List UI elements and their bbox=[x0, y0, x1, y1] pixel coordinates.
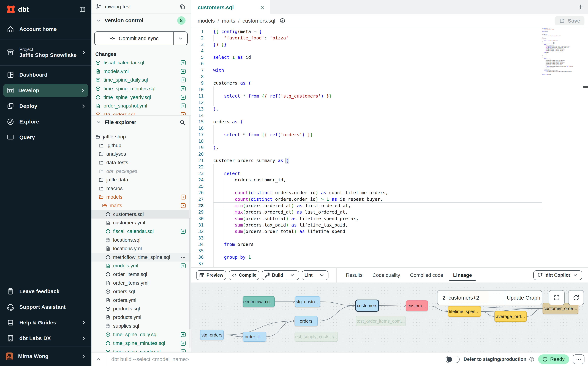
scrollbar-thumb[interactable] bbox=[189, 218, 191, 330]
statusbar-more-button[interactable] bbox=[573, 354, 584, 364]
lineage-node-stgo[interactable]: stg_orders bbox=[200, 330, 224, 340]
sidebar-item-query[interactable]: Query bbox=[0, 130, 91, 145]
tree-item-supplies.sql[interactable]: supplies.sql bbox=[91, 322, 191, 330]
changed-file-order_snapshot.yml[interactable]: order_snapshot.yml bbox=[91, 102, 191, 110]
tree-item-data-tests[interactable]: data-tests bbox=[91, 158, 191, 167]
code-line-25[interactable]: 25 bbox=[191, 183, 542, 190]
code-line-9[interactable]: 9customers as ( bbox=[191, 80, 542, 86]
changed-file-stg_orders.sql[interactable]: stg_orders.sql bbox=[91, 110, 191, 115]
tree-item-dbt_packages[interactable]: dbt_packages bbox=[91, 167, 191, 175]
added-badge-icon[interactable] bbox=[180, 332, 186, 337]
added-badge-icon[interactable] bbox=[180, 86, 186, 91]
lineage-node-ghostsc[interactable]: test_supply_costs_s… bbox=[295, 332, 338, 342]
save-button[interactable]: Save bbox=[555, 16, 584, 25]
tab-results[interactable]: Results bbox=[341, 268, 367, 282]
tree-item-.github[interactable]: .github bbox=[91, 141, 191, 150]
tree-item-locations.sql[interactable]: locations.sql bbox=[91, 236, 191, 244]
tree-item-models[interactable]: models bbox=[91, 193, 191, 201]
branch-name[interactable]: mwong-test bbox=[105, 4, 131, 10]
close-tab-icon[interactable] bbox=[260, 5, 265, 10]
tree-item-fiscal_calendar.sql[interactable]: fiscal_calendar.sql bbox=[91, 227, 191, 236]
code-line-21[interactable]: 21customer_orders_summary as ( bbox=[191, 157, 542, 164]
tree-item-jaffle-shop[interactable]: jaffle-shop bbox=[91, 133, 191, 141]
code-line-30[interactable]: 30 sum(orders.subtotal) as lifetime_spen… bbox=[191, 215, 542, 222]
tree-item-order_items.sql[interactable]: order_items.sql bbox=[91, 270, 191, 279]
code-line-37[interactable]: 37 bbox=[191, 261, 542, 267]
code-line-2[interactable]: 2 'favorite_food': 'pizza' bbox=[191, 35, 542, 41]
lineage-fullscreen-button[interactable] bbox=[549, 290, 565, 305]
update-graph-button[interactable]: Update Graph bbox=[505, 290, 542, 305]
lint-options-dropdown[interactable] bbox=[315, 271, 328, 280]
tree-item-metricflow_time_spine.sql[interactable]: metricflow_time_spine.sql bbox=[91, 253, 191, 261]
code-line-27[interactable]: 27 count(distinct orders.order_id) > 1 a… bbox=[191, 196, 542, 203]
code-line-10[interactable]: 10 bbox=[191, 86, 542, 93]
added-badge-icon[interactable] bbox=[180, 60, 186, 65]
tab-compiled-code[interactable]: Compiled code bbox=[405, 268, 448, 282]
tree-item-customers.sql[interactable]: customers.sql bbox=[91, 210, 191, 219]
code-line-20[interactable]: 20 bbox=[191, 151, 542, 157]
file-tree-scrollbar[interactable] bbox=[189, 116, 191, 348]
added-badge-icon[interactable] bbox=[180, 103, 186, 108]
dbt-copilot-button[interactable]: dbt Copilot bbox=[533, 270, 582, 280]
code-line-24[interactable]: 24 orders.customer_id, bbox=[191, 177, 542, 183]
commit-and-sync-button[interactable]: Commit and sync bbox=[94, 31, 188, 45]
sidebar-item-explore[interactable]: Explore bbox=[0, 114, 91, 130]
code-line-8[interactable]: 8 bbox=[191, 74, 542, 80]
code-line-16[interactable]: 16 bbox=[191, 125, 542, 131]
tab-lineage[interactable]: Lineage bbox=[448, 268, 477, 282]
tree-item-models.yml[interactable]: models.yml bbox=[91, 261, 191, 270]
lineage-node-orders[interactable]: orders bbox=[295, 316, 318, 326]
tree-item-analyses[interactable]: analyses bbox=[91, 150, 191, 158]
sidebar-collapse-icon[interactable] bbox=[79, 6, 86, 13]
sidebar-item-project[interactable]: ProjectJaffle Shop Snowflake bbox=[0, 39, 91, 65]
command-input[interactable]: dbt build --select <model_name> bbox=[111, 356, 446, 362]
tree-item-time_spine_yearly.sql[interactable]: time_spine_yearly.sql bbox=[91, 348, 191, 352]
tree-item-macros[interactable]: macros bbox=[91, 184, 191, 193]
lineage-node-customers[interactable]: customers bbox=[355, 299, 379, 312]
code-line-14[interactable]: 14 bbox=[191, 112, 542, 119]
tree-item-jaffle-data[interactable]: jaffle-data bbox=[91, 175, 191, 184]
tab-customers-sql[interactable]: customers.sql bbox=[191, 0, 270, 15]
code-line-29[interactable]: 29 max(orders.ordered_at) as last_ordere… bbox=[191, 209, 542, 215]
code-line-4[interactable]: 4 bbox=[191, 48, 542, 54]
open-in-explore-icon[interactable] bbox=[279, 18, 285, 24]
new-tab-icon[interactable] bbox=[577, 4, 584, 10]
added-badge-icon[interactable] bbox=[180, 69, 186, 74]
expand-command-bar-icon[interactable] bbox=[91, 356, 105, 362]
tree-item-customers.yml[interactable]: customers.yml bbox=[91, 219, 191, 227]
code-line-33[interactable]: 33 bbox=[191, 235, 542, 241]
lineage-search-input[interactable]: 2+customers+2 bbox=[438, 290, 505, 305]
tree-item-orders.yml[interactable]: orders.yml bbox=[91, 296, 191, 304]
code-line-18[interactable]: 18 bbox=[191, 138, 542, 145]
lineage-node-stgc[interactable]: stg_custo… bbox=[295, 296, 320, 307]
changed-file-models.yml[interactable]: models.yml bbox=[91, 67, 191, 76]
sidebar-item-develop[interactable]: Develop bbox=[3, 84, 88, 97]
breadcrumb-marts[interactable]: marts bbox=[222, 18, 235, 24]
added-badge-icon[interactable] bbox=[180, 341, 186, 346]
build-options-dropdown[interactable] bbox=[286, 271, 299, 280]
code-line-26[interactable]: 26 count(distinct orders.order_id) as co… bbox=[191, 190, 542, 196]
code-line-22[interactable]: 22 bbox=[191, 164, 542, 170]
preview-button[interactable]: Preview bbox=[196, 270, 226, 280]
editor-minimap[interactable]: {{ config(meta = { 'favorite_food': 'piz… bbox=[542, 28, 573, 75]
added-badge-icon[interactable] bbox=[180, 229, 186, 234]
added-badge-icon[interactable] bbox=[180, 263, 186, 268]
defer-toggle[interactable] bbox=[446, 356, 460, 363]
lineage-node-ghostoi[interactable]: test_order_items_com… bbox=[356, 316, 406, 326]
lineage-node-lifetime[interactable]: lifetime_spen… bbox=[448, 306, 481, 317]
lint-button[interactable]: Lint bbox=[302, 270, 329, 280]
help-circle-icon[interactable] bbox=[529, 356, 535, 362]
code-line-5[interactable]: 5select 1 as id bbox=[191, 54, 542, 61]
modified-badge-icon[interactable] bbox=[180, 112, 186, 115]
compile-button[interactable]: Compile bbox=[229, 270, 259, 280]
search-files-icon[interactable] bbox=[179, 119, 186, 125]
lineage-node-ecom[interactable]: ecom.raw_cu… bbox=[243, 296, 275, 307]
ready-status-badge[interactable]: Ready bbox=[538, 354, 569, 364]
copy-branch-icon[interactable] bbox=[179, 4, 186, 10]
code-line-23[interactable]: 23 select bbox=[191, 170, 542, 177]
version-control-header[interactable]: Version control 8 bbox=[91, 14, 191, 27]
code-line-31[interactable]: 31 sum(orders.tax_paid) as lifetime_tax_… bbox=[191, 222, 542, 228]
code-line-28[interactable]: 28 min(orders.ordered_at) as first_order… bbox=[191, 203, 542, 209]
code-line-36[interactable]: 36 group by 1 bbox=[191, 254, 542, 260]
tree-item-marts[interactable]: marts bbox=[91, 201, 191, 210]
